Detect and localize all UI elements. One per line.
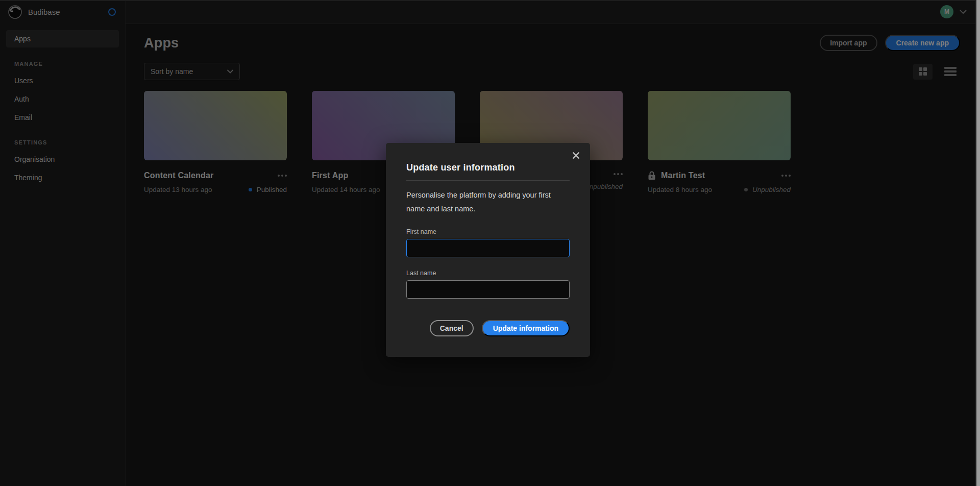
modal-description: Personalise the platform by adding your … [406, 188, 570, 216]
update-user-modal: Update user information Personalise the … [386, 143, 590, 357]
modal-divider [406, 180, 570, 181]
cancel-button[interactable]: Cancel [430, 320, 474, 336]
last-name-field[interactable] [406, 280, 570, 299]
budibase-admin-screen: Budibase Apps MANAGE Users Auth Email SE… [0, 0, 980, 486]
update-information-button[interactable]: Update information [482, 320, 570, 336]
modal-title: Update user information [406, 162, 570, 173]
first-name-field[interactable] [406, 239, 570, 257]
first-name-label: First name [406, 228, 570, 235]
page-scrollbar[interactable] [976, 0, 980, 486]
last-name-label: Last name [406, 270, 570, 277]
close-icon[interactable] [570, 149, 582, 161]
